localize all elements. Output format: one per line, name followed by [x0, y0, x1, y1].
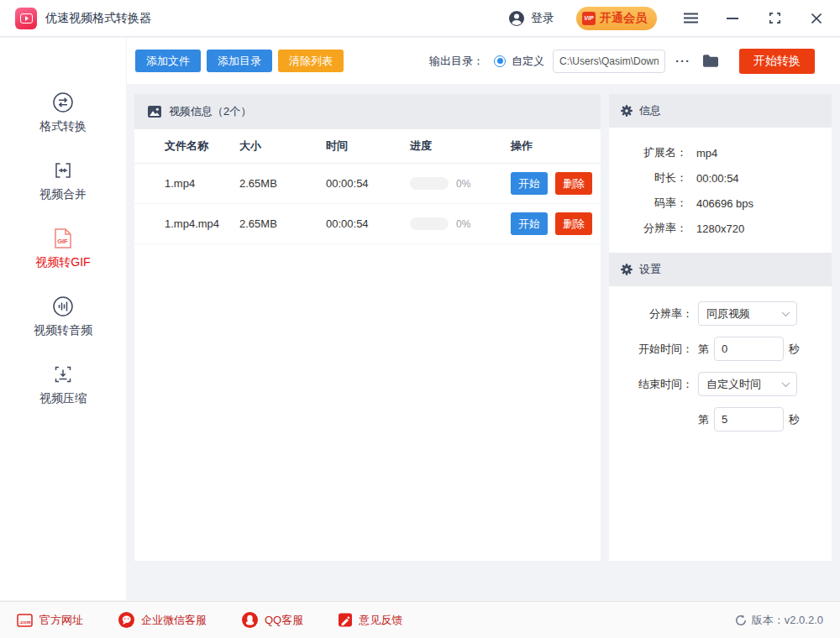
- maximize-button[interactable]: [766, 10, 783, 27]
- setting-row-end-time: 结束时间： 自定义时间: [609, 372, 832, 396]
- settings-section-header: 设置: [609, 253, 832, 286]
- progress-percent: 0%: [456, 218, 470, 230]
- info-row-duration: 时长： 00:00:54: [609, 165, 832, 191]
- video-list-panel: 视频信息（2个） 文件名称 大小 时间 进度 操作 1.mp4 2.65MB 0…: [134, 94, 601, 561]
- col-size: 大小: [239, 139, 326, 154]
- toolbar: 添加文件 添加目录 清除列表 输出目录： 自定义 ··· 开始转换: [127, 38, 840, 84]
- vip-label: 开通会员: [600, 11, 647, 26]
- browse-more-button[interactable]: ···: [675, 54, 690, 68]
- svg-text:GIF: GIF: [57, 238, 68, 245]
- refresh-icon: [735, 614, 747, 626]
- sidebar-item-format-convert[interactable]: 格式转换: [39, 92, 87, 134]
- sidebar-item-video-to-audio[interactable]: 视频转音频: [34, 295, 92, 338]
- info-section-title: 信息: [639, 103, 661, 118]
- sidebar-item-video-merge[interactable]: 视频合并: [39, 160, 87, 202]
- start-suffix: 秒: [789, 342, 800, 357]
- cell-size: 2.65MB: [239, 177, 326, 190]
- row-delete-button[interactable]: 删除: [555, 212, 592, 235]
- sidebar-item-video-compress[interactable]: 视频压缩: [39, 363, 87, 406]
- video-to-audio-icon: [52, 295, 74, 317]
- chevron-down-icon: [782, 308, 790, 316]
- feedback-link[interactable]: 意见反馈: [339, 613, 402, 628]
- table-column-headers: 文件名称 大小 时间 进度 操作: [134, 129, 601, 164]
- resolution-label: 分辨率：: [609, 306, 693, 322]
- sidebar-item-label: 格式转换: [39, 119, 87, 134]
- progress-percent: 0%: [456, 178, 470, 190]
- sidebar-item-label: 视频转GIF: [35, 255, 90, 270]
- setting-row-start-time: 开始时间： 第 秒: [609, 337, 832, 361]
- progress-bar: [410, 217, 449, 230]
- setting-row-resolution: 分辨率： 同原视频: [609, 301, 832, 326]
- video-merge-icon: [52, 160, 74, 181]
- cell-time: 00:00:54: [326, 177, 410, 190]
- wechat-icon: [118, 612, 134, 628]
- folder-icon: [702, 54, 719, 68]
- info-row-resolution: 分辨率： 1280x720: [609, 216, 832, 241]
- user-icon: [508, 10, 525, 27]
- cell-filename: 1.mp4: [165, 177, 239, 190]
- login-button[interactable]: 登录: [508, 10, 554, 27]
- start-convert-button[interactable]: 开始转换: [739, 49, 815, 74]
- hamburger-icon: [684, 13, 698, 24]
- version-text: 版本：v2.0.2.0: [752, 613, 823, 628]
- sidebar-item-label: 视频合并: [39, 187, 87, 202]
- maximize-icon: [769, 13, 780, 24]
- col-time: 时间: [326, 139, 410, 154]
- output-dir-label: 输出目录：: [429, 54, 484, 69]
- end-mode-dropdown[interactable]: 自定义时间: [698, 372, 797, 396]
- app-window: 优速视频格式转换器 登录 VIP 开通会员: [0, 0, 840, 638]
- minimize-icon: [727, 18, 738, 19]
- start-seconds-input[interactable]: [714, 337, 784, 361]
- output-path-input[interactable]: [553, 50, 665, 73]
- settings-section-title: 设置: [639, 262, 661, 277]
- sidebar: 格式转换 视频合并 GIF 视频转GIF 视频转音频 视频压缩: [0, 38, 126, 600]
- footer: .com 官方网址 企业微信客服 QQ客服 意见反馈 版本：v2.0.2.0: [0, 601, 840, 638]
- qq-icon: [242, 612, 258, 628]
- details-panel: 信息 扩展名： mp4 时长： 00:00:54 码率： 406696 bps …: [609, 94, 832, 561]
- official-site-link[interactable]: .com 官方网址: [17, 613, 83, 628]
- info-row-extension: 扩展名： mp4: [609, 140, 832, 165]
- start-time-label: 开始时间：: [609, 342, 693, 357]
- custom-dir-radio[interactable]: [494, 55, 506, 67]
- minimize-button[interactable]: [724, 10, 741, 27]
- close-button[interactable]: [808, 10, 825, 27]
- end-seconds-input[interactable]: [714, 407, 784, 431]
- open-folder-button[interactable]: [702, 54, 719, 68]
- video-list-title: 视频信息（2个）: [169, 104, 251, 119]
- gear-icon: [621, 105, 633, 117]
- start-prefix: 第: [698, 342, 709, 357]
- cell-time: 00:00:54: [326, 217, 410, 230]
- row-start-button[interactable]: 开始: [511, 172, 548, 195]
- row-start-button[interactable]: 开始: [511, 212, 548, 235]
- clear-list-button[interactable]: 清除列表: [278, 50, 344, 72]
- vip-icon: VIP: [582, 12, 596, 25]
- video-compress-icon: [52, 363, 74, 385]
- row-delete-button[interactable]: 删除: [555, 172, 592, 195]
- resolution-dropdown[interactable]: 同原视频: [698, 301, 797, 326]
- titlebar: 优速视频格式转换器 登录 VIP 开通会员: [0, 0, 840, 37]
- gear-icon: [621, 264, 633, 275]
- col-filename: 文件名称: [165, 139, 239, 154]
- qq-support-link[interactable]: QQ客服: [242, 612, 303, 628]
- wechat-support-link[interactable]: 企业微信客服: [118, 612, 207, 628]
- sidebar-item-label: 视频压缩: [39, 391, 87, 406]
- svg-text:.com: .com: [19, 619, 31, 624]
- version-indicator: 版本：v2.0.2.0: [735, 613, 823, 628]
- sidebar-item-video-to-gif[interactable]: GIF 视频转GIF: [35, 227, 90, 270]
- table-row[interactable]: 1.mp4 2.65MB 00:00:54 0% 开始 删除: [134, 164, 601, 204]
- sidebar-item-label: 视频转音频: [34, 323, 92, 338]
- cell-size: 2.65MB: [239, 217, 326, 230]
- video-list-header: 视频信息（2个）: [134, 94, 601, 129]
- chevron-down-icon: [782, 379, 790, 387]
- table-row[interactable]: 1.mp4.mp4 2.65MB 00:00:54 0% 开始 删除: [134, 204, 601, 244]
- menu-button[interactable]: [682, 10, 699, 27]
- add-dir-button[interactable]: 添加目录: [207, 50, 272, 72]
- format-convert-icon: [52, 92, 74, 113]
- vip-upgrade-button[interactable]: VIP 开通会员: [576, 7, 657, 30]
- col-progress: 进度: [410, 139, 511, 154]
- add-file-button[interactable]: 添加文件: [135, 50, 201, 72]
- end-prefix: 第: [698, 412, 709, 427]
- info-row-bitrate: 码率： 406696 bps: [609, 191, 832, 216]
- info-list: 扩展名： mp4 时长： 00:00:54 码率： 406696 bps 分辨率…: [609, 128, 832, 253]
- app-title: 优速视频格式转换器: [45, 11, 151, 26]
